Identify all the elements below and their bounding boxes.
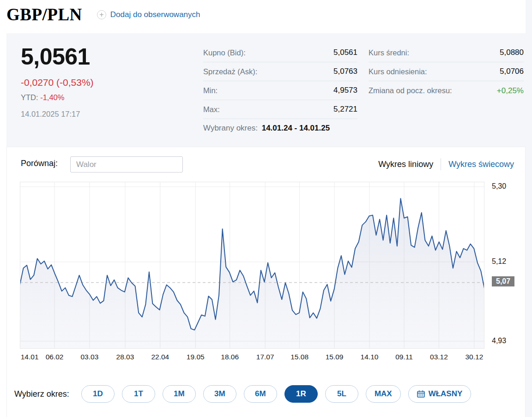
page-title: GBP/PLN — [6, 5, 82, 24]
x-axis-tick: 03.12 — [430, 353, 448, 361]
quote-row: Kupno (Bid):5,0561 — [203, 43, 357, 62]
quote-panel: 5,0561 -0,0270 (-0,53%) YTD: -1,40% 14.0… — [6, 33, 526, 147]
quote-row: Min:4,9573 — [203, 81, 357, 100]
period-button-własny[interactable]: WŁASNY — [408, 385, 472, 403]
price-chart[interactable] — [20, 182, 484, 349]
current-price-tag: 5,07 — [492, 276, 514, 286]
x-axis-tick: 14.10 — [361, 353, 379, 361]
quote-table-bid-ask: Kupno (Bid):5,0561Sprzedaż (Ask):5,0763M… — [203, 43, 357, 119]
calendar-icon — [417, 390, 425, 398]
period-button-label: 1M — [174, 389, 185, 399]
period-button-3m[interactable]: 3M — [203, 385, 236, 403]
x-axis-tick: 22.04 — [151, 353, 169, 361]
tab-candle-chart[interactable]: Wykres świecowy — [448, 160, 514, 169]
quote-row-label: Zmiana od pocz. okresu: — [369, 86, 452, 95]
period-button-1t[interactable]: 1T — [122, 385, 155, 403]
y-axis-tick: 5,30 — [492, 182, 506, 191]
quote-row: Kurs średni:5,0880 — [369, 43, 524, 62]
quote-row-value: 4,9573 — [333, 86, 357, 95]
quote-table-averages: Kurs średni:5,0880Kurs odniesienia:5,070… — [369, 43, 524, 100]
add-to-watchlist-label: Dodaj do obserwowanych — [110, 10, 200, 19]
period-button-label: 5L — [337, 389, 346, 399]
quote-row-label: Min: — [203, 86, 218, 95]
x-axis-labels: 14.0106.0203.0328.0322.0419.0518.0617.07… — [20, 353, 484, 363]
period-button-label: 3M — [214, 389, 225, 399]
quote-row-value: 5,0763 — [333, 67, 357, 76]
ytd-change: YTD: -1,40% — [21, 93, 64, 102]
x-axis-tick: 18.06 — [221, 353, 239, 361]
chart-card: Porównaj: Wykres liniowy Wykres świecowy… — [6, 147, 526, 417]
period-button-label: WŁASNY — [429, 389, 463, 399]
period-button-6m[interactable]: 6M — [244, 385, 277, 403]
quote-timestamp: 14.01.2025 17:17 — [21, 110, 80, 119]
period-selector-label: Wybierz okres: — [14, 389, 69, 399]
quote-row-label: Kurs średni: — [369, 48, 409, 57]
x-axis-tick: 09.11 — [395, 353, 413, 361]
current-price: 5,0561 — [21, 43, 90, 70]
period-buttons: 1D1T1M3M6M1R5LMAXWŁASNY — [81, 385, 478, 403]
x-axis-tick: 15.09 — [326, 353, 344, 361]
x-axis-tick: 14.01 — [21, 353, 39, 361]
period-button-1d[interactable]: 1D — [81, 385, 115, 403]
quote-row-label: Kurs odniesienia: — [369, 67, 427, 76]
x-axis-tick: 30.12 — [465, 353, 483, 361]
quote-row-value: 5,0706 — [500, 67, 524, 76]
tab-separator — [441, 158, 441, 170]
quote-row-value: 5,0561 — [333, 48, 357, 57]
period-button-label: 1T — [134, 389, 143, 399]
period-button-label: 6M — [255, 389, 266, 399]
x-axis-tick: 15.08 — [290, 353, 308, 361]
x-axis-tick: 17.07 — [256, 353, 274, 361]
x-axis-tick: 03.03 — [80, 353, 98, 361]
selected-period: Wybrany okres: 14.01.24 - 14.01.25 — [203, 124, 330, 133]
x-axis-tick: 06.02 — [46, 353, 64, 361]
x-axis-tick: 19.05 — [187, 353, 205, 361]
selected-period-label: Wybrany okres: — [203, 124, 258, 132]
add-to-watchlist-link[interactable]: + Dodaj do obserwowanych — [97, 10, 200, 19]
y-axis-tick: 5,12 — [492, 257, 506, 266]
period-button-label: MAX — [375, 389, 392, 399]
compare-label: Porównaj: — [21, 159, 58, 168]
scrollbar-track[interactable] — [526, 0, 532, 417]
ytd-label: YTD: — [21, 93, 38, 101]
quote-row-value: +0,25% — [497, 86, 524, 95]
quote-row: Kurs odniesienia:5,0706 — [369, 62, 524, 81]
tab-line-chart[interactable]: Wykres liniowy — [378, 160, 433, 169]
quote-row-value: 5,0880 — [500, 48, 524, 57]
compare-input[interactable] — [70, 156, 183, 173]
quote-row-label: Max: — [203, 105, 220, 114]
quote-row-label: Sprzedaż (Ask): — [203, 67, 257, 76]
period-button-1m[interactable]: 1M — [163, 385, 196, 403]
period-button-max[interactable]: MAX — [366, 385, 401, 403]
quote-row: Zmiana od pocz. okresu:+0,25% — [369, 81, 524, 100]
period-button-label: 1D — [93, 389, 103, 399]
period-button-label: 1R — [296, 389, 306, 399]
y-axis-tick: 4,93 — [492, 337, 506, 345]
plus-circle-icon: + — [97, 10, 106, 19]
ytd-value: -1,40% — [40, 93, 64, 101]
quote-row: Max:5,2721 — [203, 100, 357, 119]
selected-period-value: 14.01.24 - 14.01.25 — [262, 124, 330, 132]
x-axis-tick: 28.03 — [116, 353, 134, 361]
price-change: -0,0270 (-0,53%) — [21, 77, 94, 88]
period-button-1r[interactable]: 1R — [284, 385, 318, 403]
quote-row-label: Kupno (Bid): — [203, 48, 246, 57]
quote-row-value: 5,2721 — [333, 105, 357, 114]
quote-row: Sprzedaż (Ask):5,0763 — [203, 62, 357, 81]
period-button-5l[interactable]: 5L — [325, 385, 358, 403]
